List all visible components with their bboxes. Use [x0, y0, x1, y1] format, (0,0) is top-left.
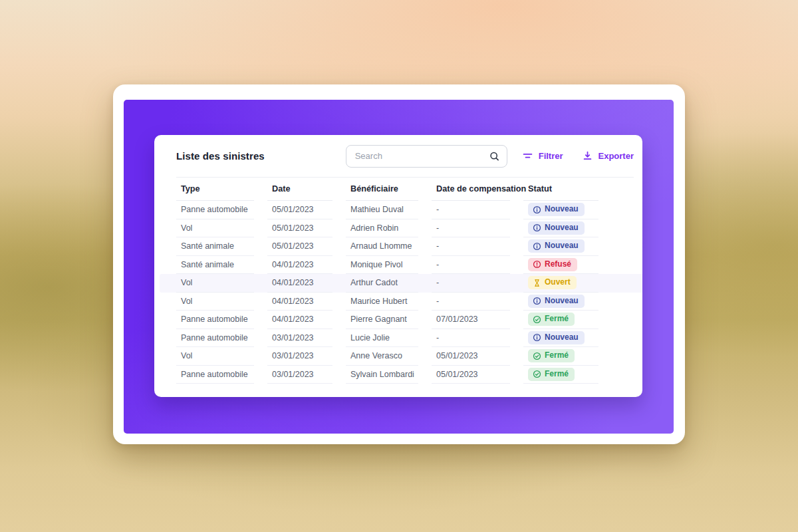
- table-header: Type Date Bénéficiaire Date de compensat…: [154, 178, 642, 201]
- filter-button-label: Filtrer: [539, 151, 563, 161]
- cell-beneficiary: Sylvain Lombardi: [346, 366, 418, 384]
- cell-status: Nouveau: [523, 201, 598, 219]
- cell-type: Panne automobile: [176, 366, 254, 384]
- search-input[interactable]: [346, 145, 507, 168]
- cell-beneficiary: Pierre Gagnant: [346, 311, 418, 329]
- hourglass-icon: [533, 279, 541, 287]
- status-badge: Fermé: [528, 313, 575, 326]
- column-header-compensation-date: Date de compensation: [432, 178, 510, 201]
- cell-date: 05/01/2023: [267, 237, 332, 256]
- cell-status: Fermé: [523, 366, 598, 384]
- page-title: Liste des sinistres: [176, 150, 265, 162]
- status-badge: Fermé: [528, 349, 575, 362]
- cell-date: 05/01/2023: [267, 201, 332, 219]
- cell-date: 03/01/2023: [267, 366, 332, 384]
- cell-status: Ouvert: [523, 274, 598, 293]
- alert-circle-icon: [533, 260, 541, 269]
- cell-date: 04/01/2023: [267, 293, 332, 311]
- column-header-type: Type: [176, 178, 254, 201]
- check-circle-icon: [533, 315, 541, 324]
- cell-date: 03/01/2023: [267, 329, 332, 348]
- cell-compensation-date: 07/01/2023: [432, 311, 510, 329]
- table-row[interactable]: Vol 03/01/2023 Anne Verasco 05/01/2023 F…: [154, 347, 642, 366]
- cell-status: Fermé: [523, 311, 598, 329]
- cell-compensation-date: 05/01/2023: [432, 366, 510, 384]
- filter-lines-icon: [522, 150, 533, 162]
- table-row[interactable]: Panne automobile 04/01/2023 Pierre Gagna…: [154, 311, 642, 329]
- cell-beneficiary: Mathieu Duval: [346, 201, 418, 219]
- cell-type: Vol: [176, 219, 254, 238]
- table-row[interactable]: Santé animale 05/01/2023 Arnaud Lhomme -…: [154, 237, 642, 256]
- cell-type: Santé animale: [176, 256, 254, 275]
- cell-type: Vol: [176, 293, 254, 311]
- column-header-status: Statut: [523, 178, 598, 201]
- export-button[interactable]: Exporter: [582, 150, 634, 162]
- status-badge: Nouveau: [528, 221, 585, 235]
- cell-compensation-date: 05/01/2023: [432, 347, 510, 366]
- cell-status: Nouveau: [523, 329, 598, 348]
- search-box: [346, 145, 507, 168]
- claims-card: Liste des sinistres: [154, 135, 642, 397]
- cell-status: Nouveau: [523, 237, 598, 256]
- device-frame: Liste des sinistres: [113, 84, 685, 444]
- card-toolbar: Liste des sinistres: [154, 135, 642, 177]
- toolbar-actions: Filtrer Exporter: [522, 150, 634, 162]
- cell-compensation-date: -: [432, 219, 510, 238]
- table-row[interactable]: Vol 04/01/2023 Maurice Hubert - Nouveau: [154, 293, 642, 311]
- cell-date: 04/01/2023: [267, 274, 332, 293]
- table-row[interactable]: Santé animale 04/01/2023 Monique Pivol -…: [154, 256, 642, 275]
- cell-type: Vol: [176, 347, 254, 366]
- column-header-date: Date: [267, 178, 332, 201]
- cell-date: 03/01/2023: [267, 347, 332, 366]
- status-badge: Nouveau: [528, 203, 585, 216]
- cell-beneficiary: Maurice Hubert: [346, 293, 418, 311]
- export-button-label: Exporter: [598, 151, 634, 161]
- table-body: Panne automobile 05/01/2023 Mathieu Duva…: [154, 201, 642, 384]
- cell-beneficiary: Arnaud Lhomme: [346, 237, 418, 256]
- cell-beneficiary: Monique Pivol: [346, 256, 418, 275]
- column-header-beneficiary: Bénéficiaire: [346, 178, 418, 201]
- status-badge: Refusé: [528, 258, 577, 271]
- check-circle-icon: [533, 370, 541, 378]
- check-circle-icon: [533, 352, 541, 360]
- cell-beneficiary: Anne Verasco: [346, 347, 418, 366]
- cell-beneficiary: Adrien Robin: [346, 219, 418, 238]
- table-header-row: Type Date Bénéficiaire Date de compensat…: [154, 178, 642, 201]
- status-badge: Fermé: [528, 368, 575, 381]
- cell-status: Refusé: [523, 256, 598, 275]
- cell-compensation-date: -: [432, 293, 510, 311]
- info-circle-icon: [533, 333, 541, 342]
- cell-beneficiary: Arthur Cadot: [346, 274, 418, 293]
- status-badge: Nouveau: [528, 331, 585, 344]
- cell-type: Panne automobile: [176, 201, 254, 219]
- cell-compensation-date: -: [432, 237, 510, 256]
- cell-compensation-date: -: [432, 274, 510, 293]
- status-badge: Nouveau: [528, 295, 585, 308]
- info-circle-icon: [533, 242, 541, 251]
- cell-beneficiary: Lucie Jolie: [346, 329, 418, 348]
- cell-type: Panne automobile: [176, 311, 254, 329]
- cell-date: 05/01/2023: [267, 219, 332, 238]
- cell-status: Fermé: [523, 347, 598, 366]
- table-row[interactable]: Panne automobile 03/01/2023 Sylvain Lomb…: [154, 366, 642, 384]
- cell-status: Nouveau: [523, 219, 598, 238]
- table-row[interactable]: Panne automobile 05/01/2023 Mathieu Duva…: [154, 201, 642, 219]
- cell-type: Vol: [176, 274, 254, 293]
- cell-compensation-date: -: [432, 201, 510, 219]
- cell-date: 04/01/2023: [267, 256, 332, 275]
- status-badge: Ouvert: [528, 276, 577, 289]
- filter-button[interactable]: Filtrer: [522, 150, 563, 162]
- table-row[interactable]: Panne automobile 03/01/2023 Lucie Jolie …: [154, 329, 642, 348]
- cell-type: Panne automobile: [176, 329, 254, 348]
- cell-status: Nouveau: [523, 293, 598, 311]
- status-badge: Nouveau: [528, 239, 585, 253]
- cell-compensation-date: -: [432, 256, 510, 275]
- info-circle-icon: [533, 297, 541, 305]
- table-row[interactable]: Vol 05/01/2023 Adrien Robin - Nouveau: [154, 219, 642, 238]
- info-circle-icon: [533, 223, 541, 232]
- cell-type: Santé animale: [176, 237, 254, 256]
- purple-backdrop: Liste des sinistres: [124, 100, 674, 434]
- cell-compensation-date: -: [432, 329, 510, 348]
- table-row[interactable]: Vol 04/01/2023 Arthur Cadot - Ouvert: [154, 274, 642, 293]
- info-circle-icon: [533, 205, 541, 214]
